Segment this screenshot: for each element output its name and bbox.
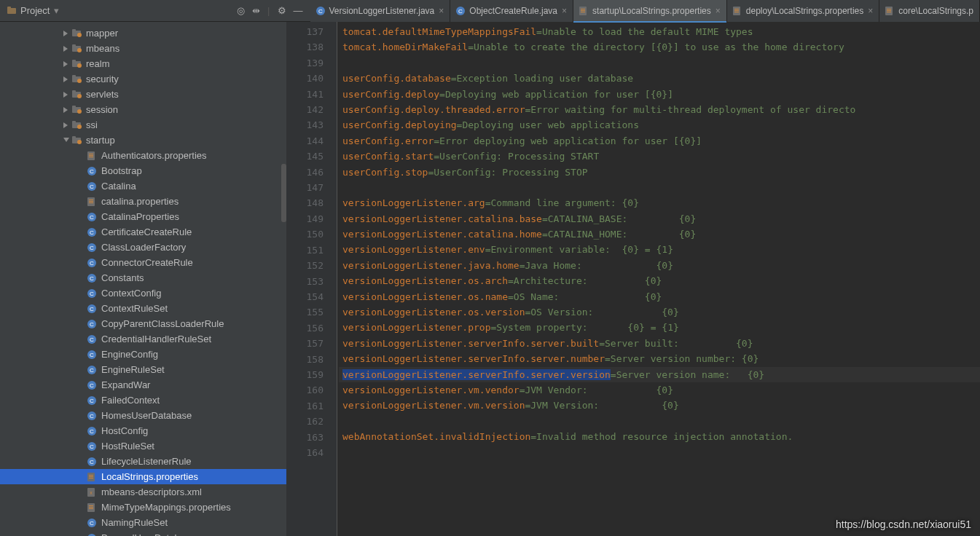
expand-arrow-icon[interactable] <box>62 44 71 53</box>
tree-node[interactable]: EngineConfig <box>0 347 286 362</box>
tree-node[interactable]: Bootstrap <box>0 163 286 178</box>
tree-node[interactable]: LifecycleListenerRule <box>0 454 286 469</box>
tab[interactable]: startup\LocalStrings.properties× <box>573 0 727 22</box>
code-line[interactable]: versionLoggerListener.prop=System proper… <box>339 320 980 335</box>
code-line[interactable]: versionLoggerListener.serverInfo.server.… <box>339 351 980 366</box>
file-icon <box>87 274 98 283</box>
code-line[interactable] <box>339 55 980 71</box>
code-line[interactable] <box>339 180 980 195</box>
code-line[interactable] <box>339 414 980 429</box>
file-icon <box>87 304 98 313</box>
expand-arrow-icon[interactable] <box>62 29 71 38</box>
code-line[interactable]: userConfig.deploying=Deploying user web … <box>339 117 980 133</box>
tree-node[interactable]: mapper <box>0 25 286 41</box>
line-number: 160 <box>286 382 324 398</box>
scrollbar-thumb[interactable] <box>281 164 286 222</box>
tree-node[interactable]: ContextRuleSet <box>0 301 286 316</box>
tree-node[interactable]: catalina.properties <box>0 194 286 209</box>
tree-node[interactable]: EngineRuleSet <box>0 362 286 377</box>
code-line[interactable]: userConfig.deploy.threaded.error=Error w… <box>339 102 980 117</box>
tree-node[interactable]: ssi <box>0 117 286 133</box>
code-line[interactable]: versionLoggerListener.env=Environment va… <box>339 242 980 257</box>
project-tree[interactable]: mappermbeansrealmsecurityservletssession… <box>0 22 286 536</box>
file-icon <box>72 60 82 68</box>
code-line[interactable]: versionLoggerListener.vm.version=JVM Ver… <box>339 398 980 413</box>
code-line[interactable]: userConfig.error=Error deploying web app… <box>339 133 980 149</box>
tree-node[interactable]: HostRuleSet <box>0 438 286 454</box>
tree-node[interactable]: ClassLoaderFactory <box>0 240 286 255</box>
tree-label: Bootstrap <box>101 165 142 176</box>
file-icon <box>87 335 98 344</box>
tab-close-icon[interactable]: × <box>716 6 721 16</box>
tree-node[interactable]: Constants <box>0 270 286 285</box>
code-line[interactable]: webAnnotationSet.invalidInjection=Invali… <box>339 429 980 444</box>
tab-close-icon[interactable]: × <box>868 6 873 16</box>
tree-node[interactable]: CatalinaProperties <box>0 209 286 224</box>
tab[interactable]: core\LocalStrings.p <box>879 0 980 22</box>
code-line[interactable]: versionLoggerListener.os.version=OS Vers… <box>339 304 980 320</box>
expand-arrow-icon[interactable] <box>62 106 71 114</box>
tree-node[interactable]: NamingRuleSet <box>0 515 286 530</box>
project-tool-button[interactable]: Project ▾ <box>0 0 66 21</box>
code-line[interactable]: userConfig.database=Exception loading us… <box>339 71 980 86</box>
tree-node[interactable]: ExpandWar <box>0 377 286 393</box>
collapse-icon[interactable]: ⇹ <box>252 5 260 16</box>
tree-node[interactable]: FailedContext <box>0 393 286 408</box>
code-line[interactable]: versionLoggerListener.os.name=OS Name: {… <box>339 289 980 304</box>
code-line[interactable]: tomcat.defaultMimeTypeMappingsFail=Unabl… <box>339 24 980 39</box>
tree-node[interactable]: session <box>0 102 286 117</box>
tree-node[interactable]: mbeans-descriptors.xml <box>0 484 286 500</box>
tree-node[interactable]: CopyParentClassLoaderRule <box>0 316 286 331</box>
tree-label: security <box>86 74 119 84</box>
target-icon[interactable]: ◎ <box>237 5 245 16</box>
tree-node[interactable]: HostConfig <box>0 423 286 438</box>
tree-node[interactable]: HomesUserDatabase <box>0 408 286 423</box>
code-content[interactable]: tomcat.defaultMimeTypeMappingsFail=Unabl… <box>339 22 980 536</box>
expand-arrow-icon[interactable] <box>62 90 71 99</box>
code-line[interactable]: userConfig.deploy=Deploying web applicat… <box>339 87 980 102</box>
code-line[interactable]: versionLoggerListener.serverInfo.server.… <box>339 367 980 382</box>
gear-icon[interactable]: ⚙ <box>278 5 286 16</box>
tree-node[interactable]: security <box>0 71 286 87</box>
expand-arrow-icon[interactable] <box>62 60 71 68</box>
code-line[interactable]: tomcat.homeDirMakeFail=Unable to create … <box>339 39 980 55</box>
tree-node[interactable]: CredentialHandlerRuleSet <box>0 331 286 347</box>
expand-arrow-icon[interactable] <box>62 75 71 84</box>
tree-node[interactable]: LocalStrings.properties <box>0 469 286 484</box>
tree-node[interactable]: Catalina <box>0 178 286 194</box>
tree-node[interactable]: servlets <box>0 87 286 102</box>
minimize-icon[interactable]: — <box>294 5 303 16</box>
code-line[interactable]: versionLoggerListener.catalina.base=CATA… <box>339 211 980 226</box>
tree-node[interactable]: realm <box>0 56 286 71</box>
tree-node[interactable]: mbeans <box>0 41 286 56</box>
collapse-arrow-icon[interactable] <box>62 136 71 145</box>
tab[interactable]: ObjectCreateRule.java× <box>450 0 573 22</box>
code-line[interactable]: userConfig.stop=UserConfig: Processing S… <box>339 165 980 180</box>
tree-node[interactable]: ConnectorCreateRule <box>0 255 286 270</box>
tree-node[interactable]: CertificateCreateRule <box>0 224 286 240</box>
tree-node[interactable]: startup <box>0 133 286 148</box>
tab-label: core\LocalStrings.p <box>898 6 973 16</box>
tab[interactable]: VersionLoggerListener.java× <box>310 0 451 22</box>
tab-close-icon[interactable]: × <box>439 6 444 16</box>
file-icon <box>87 427 98 436</box>
tree-label: ContextConfig <box>101 288 161 299</box>
code-line[interactable]: versionLoggerListener.serverInfo.server.… <box>339 336 980 351</box>
tree-node[interactable]: Authenticators.properties <box>0 148 286 163</box>
tab[interactable]: deploy\LocalStrings.properties× <box>727 0 879 22</box>
tree-node[interactable]: PasswdUserDatabase <box>0 530 286 536</box>
code-line[interactable]: userConfig.start=UserConfig: Processing … <box>339 149 980 164</box>
code-line[interactable]: versionLoggerListener.arg=Command line a… <box>339 195 980 210</box>
code-line[interactable]: versionLoggerListener.vm.vendor=JVM Vend… <box>339 382 980 398</box>
editor[interactable]: 1371381391401411421431441451461471481491… <box>286 22 980 536</box>
expand-arrow-icon[interactable] <box>62 121 71 130</box>
code-line[interactable]: versionLoggerListener.catalina.home=CATA… <box>339 226 980 242</box>
code-line[interactable]: versionLoggerListener.java.home=Java Hom… <box>339 258 980 273</box>
tree-node[interactable]: MimeTypeMappings.properties <box>0 500 286 515</box>
code-line[interactable]: versionLoggerListener.os.arch=Architectu… <box>339 273 980 288</box>
tree-label: HomesUserDatabase <box>101 410 192 421</box>
line-number: 164 <box>286 445 324 460</box>
tree-node[interactable]: ContextConfig <box>0 285 286 301</box>
tab-close-icon[interactable]: × <box>562 6 567 16</box>
code-line[interactable] <box>339 445 980 460</box>
